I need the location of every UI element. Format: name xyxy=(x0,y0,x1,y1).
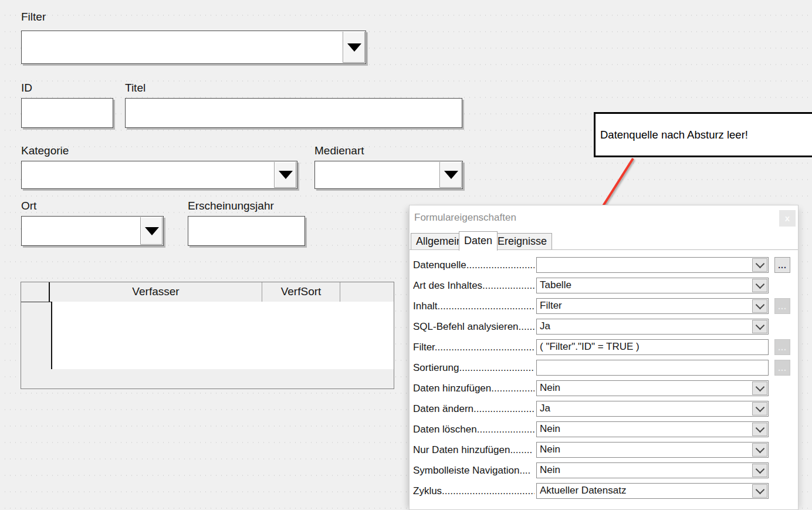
erscheinungsjahr-input[interactable] xyxy=(188,216,305,246)
medienart-combobox[interactable] xyxy=(314,161,463,189)
id-input[interactable] xyxy=(21,98,113,128)
property-label: Symbolleiste Navigation.... xyxy=(413,462,534,478)
zyklus-combobox[interactable]: Aktueller Datensatz xyxy=(536,483,769,499)
property-label: SQL-Befehl analysieren....... xyxy=(413,319,534,335)
grid-column-header-verfasser[interactable]: Verfasser xyxy=(50,282,262,302)
property-row-art-des-inhaltes: Art des Inhaltes..................... Ta… xyxy=(410,278,799,293)
chevron-down-icon[interactable] xyxy=(752,402,767,416)
daten-aendern-combobox[interactable]: Ja xyxy=(536,401,769,417)
chevron-down-icon[interactable] xyxy=(752,381,767,395)
datenquelle-browse-button[interactable]: ... xyxy=(774,257,790,273)
chevron-down-icon[interactable] xyxy=(752,423,767,436)
property-row-filter: Filter..................................… xyxy=(410,339,799,355)
erscheinungsjahr-label: Erscheinungsjahr xyxy=(188,200,274,212)
property-row-zyklus: Zyklus..................................… xyxy=(410,483,799,499)
chevron-down-icon[interactable] xyxy=(752,443,767,457)
property-label: Daten löschen........................ xyxy=(413,421,534,437)
property-label: Nur Daten hinzufügen........ xyxy=(413,442,534,458)
titel-input[interactable] xyxy=(125,98,462,128)
close-icon[interactable]: x xyxy=(779,210,796,227)
chevron-down-icon[interactable] xyxy=(752,299,767,313)
chevron-down-icon[interactable] xyxy=(752,484,767,498)
filter-combobox[interactable] xyxy=(21,31,366,64)
sql-befehl-analysieren-combobox[interactable]: Ja xyxy=(536,319,769,335)
titel-label: Titel xyxy=(125,82,146,94)
grid-data-area xyxy=(51,302,394,369)
chevron-down-icon[interactable] xyxy=(752,279,767,292)
chevron-down-icon[interactable] xyxy=(752,320,767,333)
property-label: Daten ändern......................... xyxy=(413,401,534,417)
property-row-datenquelle: Datenquelle.......................... ..… xyxy=(410,257,799,273)
grid-column-header-empty[interactable] xyxy=(340,282,394,302)
property-label: Zyklus..................................… xyxy=(413,483,534,499)
inhalt-combobox[interactable]: Filter xyxy=(536,298,769,314)
property-label: Inhalt..................................… xyxy=(413,298,534,314)
annotation-callout: Datenquelle nach Absturz leer! xyxy=(594,112,812,157)
property-label: Art des Inhaltes..................... xyxy=(413,278,534,293)
nur-daten-hinzufuegen-combobox[interactable]: Nein xyxy=(536,442,769,458)
dropdown-arrow-icon[interactable] xyxy=(343,32,365,63)
chevron-down-icon[interactable] xyxy=(752,464,767,477)
property-label: Filter..................................… xyxy=(413,339,534,355)
medienart-label: Medienart xyxy=(314,144,364,157)
kategorie-label: Kategorie xyxy=(21,144,69,157)
grid-column-header-verfsort[interactable]: VerfSort xyxy=(262,282,340,302)
chevron-down-icon[interactable] xyxy=(752,258,767,272)
property-row-daten-loeschen: Daten löschen........................ Ne… xyxy=(410,421,799,437)
form-design-canvas: Filter ID Titel Kategorie Medienart Ort … xyxy=(0,0,812,510)
dialog-title: Formulareigenschaften xyxy=(414,212,516,224)
property-row-daten-hinzufuegen: Daten hinzufügen................. Nein xyxy=(410,380,799,396)
property-row-sortierung: Sortierung..............................… xyxy=(410,360,799,376)
property-row-daten-aendern: Daten ändern......................... Ja xyxy=(410,401,799,417)
property-label: Datenquelle.......................... xyxy=(413,257,534,273)
dropdown-arrow-icon[interactable] xyxy=(439,162,462,188)
property-row-sql-befehl-analysieren: SQL-Befehl analysieren....... Ja xyxy=(410,319,799,335)
property-row-inhalt: Inhalt..................................… xyxy=(410,298,799,314)
form-properties-dialog: Formulareigenschaften x Allgemein Daten … xyxy=(409,205,799,510)
property-label: Sortierung..............................… xyxy=(413,360,534,376)
tab-ereignisse[interactable]: Ereignisse xyxy=(492,233,552,250)
property-row-nur-daten-hinzufuegen: Nur Daten hinzufügen........ Nein xyxy=(410,442,799,458)
id-label: ID xyxy=(21,82,32,94)
property-row-symbolleiste-navigation: Symbolleiste Navigation.... Nein xyxy=(410,462,799,478)
daten-loeschen-combobox[interactable]: Nein xyxy=(536,421,769,437)
filter-criteria-input[interactable]: ( "Filter"."ID" = TRUE ) xyxy=(536,339,769,355)
datenquelle-combobox[interactable] xyxy=(536,257,769,273)
property-label: Daten hinzufügen................. xyxy=(413,380,534,396)
daten-hinzufuegen-combobox[interactable]: Nein xyxy=(536,380,769,396)
filter-browse-button: ... xyxy=(774,339,790,355)
tab-daten[interactable]: Daten xyxy=(459,231,498,251)
annotation-text: Datenquelle nach Absturz leer! xyxy=(596,129,748,141)
symbolleiste-navigation-combobox[interactable]: Nein xyxy=(536,462,769,478)
grid-row-header[interactable] xyxy=(21,282,50,302)
ort-combobox[interactable] xyxy=(21,216,164,246)
ort-label: Ort xyxy=(21,200,36,212)
inhalt-browse-button: ... xyxy=(774,298,790,314)
art-des-inhaltes-combobox[interactable]: Tabelle xyxy=(536,278,769,293)
authors-grid[interactable]: Verfasser VerfSort xyxy=(21,282,394,389)
sortierung-browse-button: ... xyxy=(774,360,790,376)
sortierung-input[interactable] xyxy=(536,360,769,376)
dropdown-arrow-icon[interactable] xyxy=(274,162,296,188)
kategorie-combobox[interactable] xyxy=(21,161,297,189)
dropdown-arrow-icon[interactable] xyxy=(140,217,163,245)
grid-header-row: Verfasser VerfSort xyxy=(21,282,394,302)
filter-label: Filter xyxy=(21,11,46,23)
